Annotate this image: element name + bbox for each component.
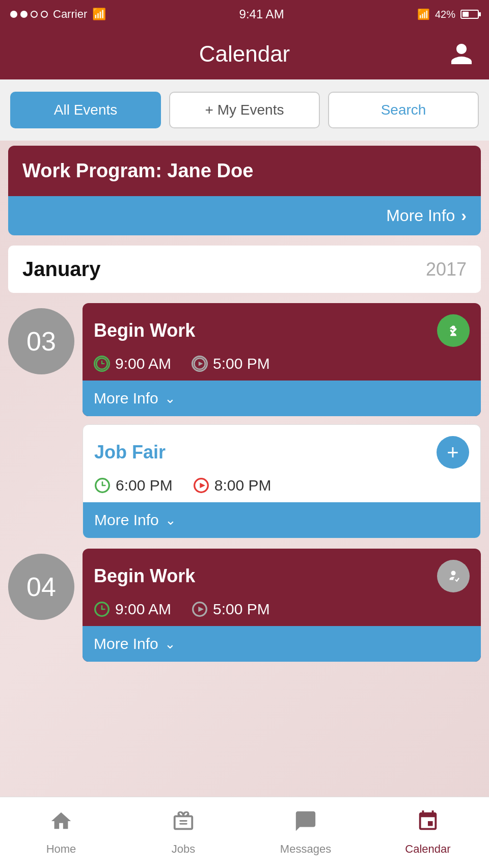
start-time-text-04: 9:00 AM [115,601,171,618]
more-info-button-03-1[interactable]: More Info ⌄ [83,381,481,416]
day-badge-04: 04 [8,554,74,620]
chevron-down-icon: ⌄ [165,391,176,406]
event-card-job-fair-03: Job Fair + 6:00 PM [83,424,481,538]
wp-more-info-text: More Info [386,206,455,225]
plus-icon: + [447,442,458,463]
month-header: January 2017 [8,246,481,293]
wp-title-bar: Work Program: Jane Doe [8,146,481,196]
wp-more-info-button[interactable]: More Info › [8,196,481,235]
start-clock-green-icon [94,477,111,494]
nav-item-home[interactable]: Home [0,797,122,868]
event-title-begin-work-03: Begin Work [94,320,195,341]
wifi-icon: 📶 [92,8,106,21]
event-card-header-04: Begin Work [83,549,481,601]
event-card-begin-work-04: Begin Work [83,549,481,662]
month-year: 2017 [426,259,467,280]
chevron-down-icon-04: ⌄ [165,636,176,652]
svg-point-12 [451,571,456,576]
svg-rect-20 [179,823,187,825]
svg-point-1 [451,326,455,330]
more-info-text-04: More Info [94,635,158,653]
nav-label-calendar: Calendar [405,843,450,856]
event-times-begin-work-04: 9:00 AM 5:00 PM [83,601,481,626]
messages-icon [294,809,317,838]
my-events-button[interactable]: + My Events [169,92,320,128]
carrier-label: Carrier [53,8,87,21]
dot1 [10,11,17,18]
day-badge-03: 03 [8,308,74,374]
end-time-text-04: 5:00 PM [213,601,270,618]
dot4 [41,11,48,18]
nav-item-calendar[interactable]: Calendar [367,797,489,868]
end-time-item-jf: 8:00 PM [193,477,271,494]
start-time-item: 9:00 AM [94,355,171,372]
start-clock-icon-04 [94,601,110,617]
nav-label-home: Home [46,843,76,856]
start-clock-icon [94,356,110,372]
end-time-item-04: 5:00 PM [192,601,270,618]
signal-dots [10,11,48,18]
person-badge-icon [437,560,470,592]
status-bar: Carrier 📶 9:41 AM 📶 42% [0,0,489,29]
day-row-03: 03 Begin Work [8,303,481,538]
battery-fill [463,12,469,17]
status-time: 9:41 AM [239,7,284,21]
start-time-item-04: 9:00 AM [94,601,171,618]
event-card-begin-work-03: Begin Work [83,303,481,416]
bottom-nav: Home Jobs Messages Calendar [0,797,489,868]
event-title-job-fair-03: Job Fair [94,442,166,463]
end-clock-red-icon [193,477,209,494]
bluetooth-icon: 📶 [417,8,430,20]
nav-item-jobs[interactable]: Jobs [122,797,244,868]
dot2 [20,11,28,18]
event-times-begin-work-03: 9:00 AM 5:00 PM [83,355,481,381]
add-badge-icon[interactable]: + [437,436,469,469]
battery-percent: 42% [435,9,455,20]
event-card-header-jobfair: Job Fair + [83,425,480,477]
svg-marker-6 [199,362,203,366]
dot3 [31,11,38,18]
search-button[interactable]: Search [328,92,479,128]
more-info-button-jf[interactable]: More Info ⌄ [83,502,480,538]
avatar-icon[interactable] [446,39,477,69]
avatar[interactable] [446,39,477,69]
day-row-04: 04 Begin Work [8,549,481,662]
nav-label-jobs: Jobs [172,843,195,856]
page-title: Calendar [199,41,290,67]
svg-rect-19 [179,820,187,822]
end-time-text-03-1: 5:00 PM [213,355,270,372]
events-section: 03 Begin Work [0,303,489,662]
status-right: 📶 42% [417,8,479,20]
nav-item-messages[interactable]: Messages [244,797,367,868]
nav-label-messages: Messages [280,843,331,856]
filter-bar: All Events + My Events Search [0,79,489,141]
enrolled-badge-icon [437,314,470,347]
home-icon [49,809,73,838]
start-time-text-03-1: 9:00 AM [115,355,171,372]
work-program-banner: Work Program: Jane Doe More Info › [8,146,481,235]
wp-title: Work Program: Jane Doe [22,160,467,182]
chevron-down-icon-jf: ⌄ [165,512,176,528]
battery-icon [460,10,479,19]
status-left: Carrier 📶 [10,8,106,21]
end-time-text-jf: 8:00 PM [214,477,271,494]
more-info-text-03-1: More Info [94,390,158,407]
start-time-item-jf: 6:00 PM [94,477,173,494]
chevron-right-icon: › [461,206,467,225]
start-time-text-jf: 6:00 PM [116,477,173,494]
end-time-item: 5:00 PM [192,355,270,372]
svg-marker-18 [198,607,204,612]
month-name: January [22,258,100,281]
svg-marker-11 [200,483,205,489]
more-info-button-04[interactable]: More Info ⌄ [83,626,481,662]
jobs-icon [172,809,195,838]
more-info-text-jf: More Info [94,511,159,529]
end-clock-icon-04 [192,601,208,617]
calendar-icon [416,809,440,838]
end-clock-icon [192,356,208,372]
event-card-header: Begin Work [83,303,481,355]
app-header: Calendar [0,29,489,79]
all-events-button[interactable]: All Events [10,92,161,128]
event-title-begin-work-04: Begin Work [94,565,195,587]
event-times-job-fair-03: 6:00 PM 8:00 PM [83,477,480,502]
